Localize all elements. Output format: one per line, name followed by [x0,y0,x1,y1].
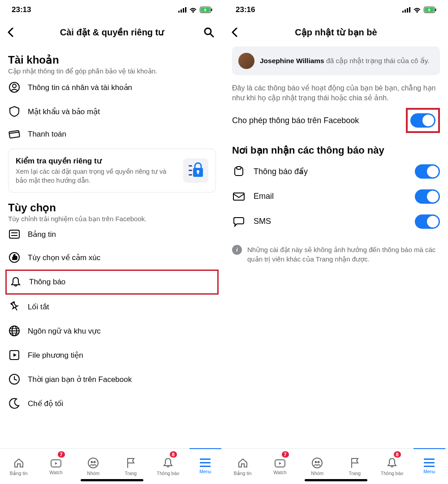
screen-header: Cài đặt & quyền riêng tư [0,20,224,45]
darkmode-row[interactable]: Chế độ tối [8,391,216,415]
language-row[interactable]: Ngôn ngữ và khu vực [8,319,216,343]
push-row[interactable]: Thông báo đẩy [232,159,440,184]
tab-watch[interactable]: 7 Watch [37,449,74,484]
allow-notifications-row: Cho phép thông báo trên Facebook [232,108,440,133]
svg-marker-34 [55,462,57,465]
wifi-icon [413,7,421,13]
svg-rect-2 [183,8,184,13]
row-label: Thời gian bạn ở trên Facebook [28,375,132,384]
svg-point-10 [13,84,16,88]
row-label: Lối tắt [28,302,49,312]
newsfeed-icon [8,229,21,239]
bell-icon [9,276,22,288]
svg-rect-11 [9,131,20,138]
svg-rect-14 [189,165,192,167]
svg-point-53 [318,461,320,463]
shortcuts-row[interactable]: Lối tắt [8,295,216,319]
tab-label: Thông báo [381,471,403,476]
tab-label: Nhóm [87,471,99,476]
sms-icon [232,216,246,227]
row-label: Thông báo [29,278,65,287]
privacy-check-card[interactable]: Kiểm tra quyền riêng tư Xem lại các cài … [8,149,216,193]
back-button[interactable] [231,27,245,37]
svg-rect-15 [189,170,192,171]
tab-label: Nhóm [311,471,323,476]
svg-rect-42 [409,7,410,13]
tab-label: Menu [423,469,435,474]
sms-row[interactable]: SMS [232,209,440,234]
email-icon [232,192,246,201]
search-icon [203,27,214,38]
header-title: Cập nhật từ bạn bè [245,27,427,38]
row-label: SMS [254,217,271,226]
card-title: Kiểm tra quyền riêng tư [16,156,178,166]
allow-toggle[interactable] [410,113,435,128]
options-section: Tùy chọn Tùy chỉnh trải nghiệm của bạn t… [8,201,216,415]
example-notification-card: Josephine Williams đã cập nhật trạng thá… [232,47,440,75]
tab-menu[interactable]: Menu [187,449,224,484]
status-time: 23:16 [236,5,255,14]
profile-info-row[interactable]: Thông tin cá nhân và tài khoản [8,75,216,99]
svg-line-12 [9,132,19,133]
row-label: Thông tin cá nhân và tài khoản [28,83,132,92]
moon-icon [8,398,21,409]
svg-rect-16 [189,174,192,176]
account-subtitle: Cập nhật thông tin để góp phần bảo vệ tà… [8,67,216,75]
highlight-notifications: Thông báo [5,270,219,295]
tab-newsfeed[interactable]: Bảng tin [224,449,261,484]
badge: 8 [170,451,177,458]
svg-rect-1 [181,9,182,13]
badge: 8 [394,451,401,458]
row-label: Chế độ tối [28,399,63,408]
bell-icon [386,457,398,469]
signal-icon [402,7,410,13]
sms-toggle[interactable] [415,214,440,229]
tab-watch[interactable]: 7 Watch [261,449,298,484]
tab-notifications[interactable]: 8 Thông báo [373,449,410,484]
tab-label: Watch [49,470,62,475]
back-button[interactable] [7,27,21,37]
status-bar: 23:16 [224,0,448,20]
tab-newsfeed[interactable]: Bảng tin [0,449,37,484]
shield-icon [8,106,21,117]
watch-icon [50,458,62,468]
flag-icon [126,457,136,469]
tab-menu[interactable]: Menu [411,449,448,484]
flag-icon [350,457,360,469]
newsfeed-row[interactable]: Bảng tin [8,223,216,245]
svg-rect-39 [402,11,404,13]
media-row[interactable]: File phương tiện [8,343,216,367]
footer-note: i Những cài đặt này sẽ không ảnh hưởng đ… [232,245,440,264]
notifications-row[interactable]: Thông báo [9,272,215,292]
tab-bar: Bảng tin 7 Watch Nhóm Trang 8 Thông báo … [0,448,224,484]
bell-icon [162,457,174,469]
push-icon [232,166,246,177]
email-toggle[interactable] [415,189,440,204]
tab-label: Watch [273,470,286,475]
chevron-left-icon [7,27,13,37]
payment-row[interactable]: Thanh toán [8,124,216,145]
time-row[interactable]: Thời gian bạn ở trên Facebook [8,367,216,391]
password-security-row[interactable]: Mật khẩu và bảo mật [8,99,216,124]
svg-rect-45 [435,9,436,11]
search-button[interactable] [203,27,217,38]
svg-rect-48 [233,193,244,200]
privacy-lock-icon [183,158,208,183]
push-toggle[interactable] [415,164,440,179]
svg-point-52 [315,461,317,463]
reactions-row[interactable]: Tùy chọn về cảm xúc [8,245,216,270]
globe-icon [8,325,21,337]
svg-rect-40 [405,9,406,13]
row-label: Ngôn ngữ và khu vực [28,326,101,336]
tab-bar: Bảng tin 7 Watch Nhóm Trang 8 Thông báo … [224,448,448,484]
tab-notifications[interactable]: 8 Thông báo [149,449,186,484]
tab-label: Trang [125,471,137,476]
friends-updates-screen: 23:16 Cập nhật từ bạn bè Josephine Willi… [224,0,448,484]
tab-label: Trang [349,471,361,476]
home-indicator [81,479,143,481]
svg-marker-29 [13,353,17,357]
signal-icon [178,7,186,13]
chevron-left-icon [231,27,237,37]
email-row[interactable]: Email [232,184,440,209]
status-indicators [402,7,436,13]
